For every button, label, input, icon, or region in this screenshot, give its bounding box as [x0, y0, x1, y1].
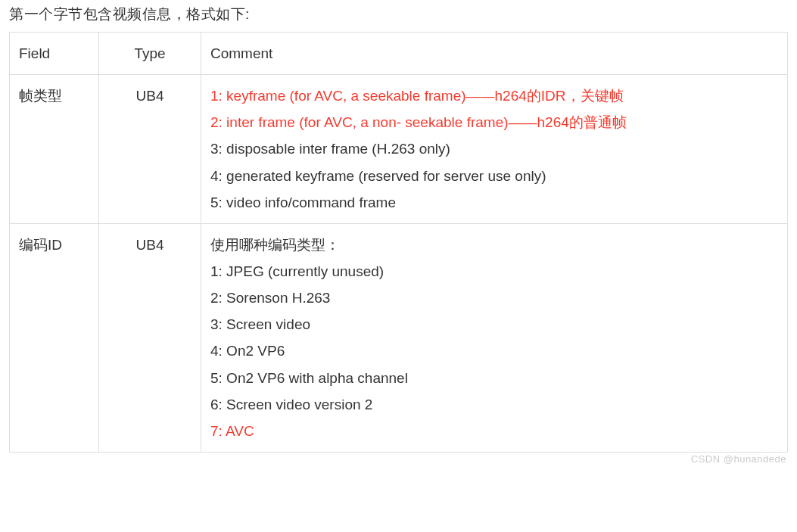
cell-comment: 1: keyframe (for AVC, a seekable frame)—… [201, 75, 788, 224]
table-row: 编码ID UB4 使用哪种编码类型： 1: JPEG (currently un… [10, 223, 788, 452]
cell-field: 帧类型 [10, 75, 99, 224]
cell-comment: 使用哪种编码类型： 1: JPEG (currently unused) 2: … [201, 223, 788, 452]
comment-line: 4: On2 VP6 [210, 338, 778, 364]
page: 第一个字节包含视频信息，格式如下: Field Type Comment 帧类型… [0, 0, 797, 468]
col-header-field: Field [10, 33, 99, 75]
cell-type: UB4 [99, 75, 201, 224]
comment-line: 使用哪种编码类型： [210, 232, 778, 258]
intro-text: 第一个字节包含视频信息，格式如下: [9, 5, 788, 24]
video-byte-table: Field Type Comment 帧类型 UB4 1: keyframe (… [9, 32, 788, 453]
watermark: CSDN @hunandede [691, 453, 786, 465]
comment-line: 3: Screen video [210, 311, 778, 338]
comment-line: 2: inter frame (for AVC, a non- seekable… [210, 109, 778, 135]
comment-line: 5: On2 VP6 with alpha channel [210, 365, 778, 391]
comment-line: 6: Screen video version 2 [210, 391, 778, 418]
comment-line: 7: AVC [210, 418, 778, 444]
table-row: 帧类型 UB4 1: keyframe (for AVC, a seekable… [10, 75, 788, 224]
comment-line: 3: disposable inter frame (H.263 only) [210, 135, 778, 162]
comment-line: 2: Sorenson H.263 [210, 285, 778, 311]
table-header-row: Field Type Comment [10, 33, 788, 75]
cell-field: 编码ID [10, 223, 99, 452]
comment-line: 4: generated keyframe (reserved for serv… [210, 163, 778, 189]
cell-type: UB4 [99, 223, 201, 452]
comment-line: 1: JPEG (currently unused) [210, 258, 778, 285]
comment-line: 5: video info/command frame [210, 189, 778, 216]
col-header-type: Type [99, 33, 201, 75]
col-header-comment: Comment [201, 33, 788, 75]
comment-line: 1: keyframe (for AVC, a seekable frame)—… [210, 82, 778, 109]
